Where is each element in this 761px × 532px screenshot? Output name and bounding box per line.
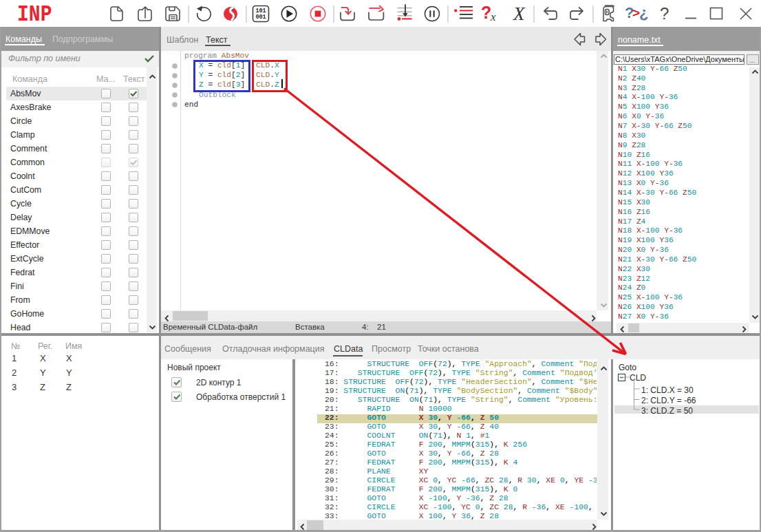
svg-text:001: 001 [255, 14, 266, 21]
svg-text:x: x [490, 10, 496, 23]
svg-text:X: X [513, 3, 526, 24]
svg-text:101: 101 [255, 8, 266, 14]
svg-text:¿: ¿ [639, 4, 648, 21]
svg-text:?: ? [481, 3, 491, 22]
svg-text:?: ? [660, 4, 669, 23]
